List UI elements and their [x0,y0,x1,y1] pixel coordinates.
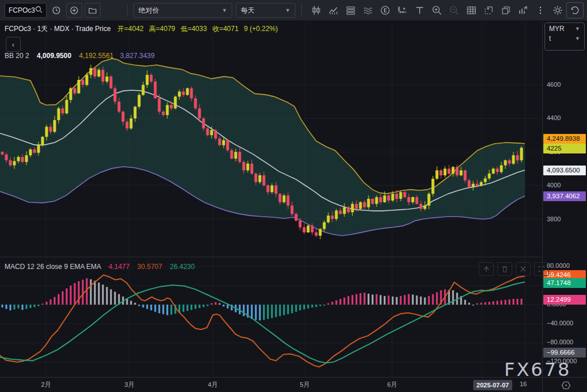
macd-histogram-bar [493,301,494,305]
candles-style-icon[interactable] [308,3,325,18]
text-tool-icon[interactable] [411,3,428,18]
macd-histogram-bar [517,299,519,305]
chart-canvas[interactable] [0,21,542,377]
indicators-icon[interactable] [325,3,342,18]
pane-delete-icon[interactable] [497,262,512,276]
zoom-in-icon[interactable] [428,3,446,18]
pane-maximize-icon[interactable] [534,262,549,276]
chevron-down-icon: ▼ [575,26,580,32]
macd-histogram-bar [131,301,132,305]
collapse-legend-button[interactable]: ‹ [6,37,21,52]
macd-histogram-bar [86,278,88,305]
candle-body [319,229,322,236]
candle-body [484,178,487,182]
candle-body [267,186,270,193]
price-label-chip: 4,249.8938 [543,134,586,144]
candle-body [138,95,141,106]
macd-histogram-bar [171,305,172,314]
macd-histogram-bar [400,296,402,305]
candle-body [146,75,149,84]
price-tick: 3800 [547,215,561,224]
candle-body [29,149,32,155]
candle-body [198,109,201,118]
candle-body [231,150,233,159]
macd-histogram-bar [151,305,152,310]
candle-body [500,166,503,172]
macd-histogram-bar [6,305,7,309]
macd-histogram-bar [74,283,76,305]
duplicate-icon[interactable] [497,3,515,18]
waves-icon[interactable] [359,3,377,18]
chevron-down-icon: ▼ [222,7,227,13]
templates-icon[interactable] [342,3,359,18]
macd-histogram-bar [54,297,56,305]
macd-histogram-bar [211,303,213,305]
candle-body [239,152,241,162]
candle-body [488,174,491,178]
macd-histogram-bar [38,305,40,306]
more-icon[interactable] [532,3,549,18]
zoom-out-icon[interactable] [446,3,463,18]
candle-body [190,89,193,98]
candle-body [255,174,258,182]
candle-body [150,75,153,82]
price-label-chip: 3,937.4062 [543,191,586,201]
crosshair-target-icon[interactable] [559,379,572,391]
table-icon[interactable] [463,3,480,18]
symbol-search-input[interactable]: FCPOc3 [5,3,47,18]
macd-histogram-bar [384,296,386,305]
macd-histogram-bar [227,305,229,309]
unit-select[interactable]: t ▼ [545,33,584,43]
macd-histogram-bar [139,305,140,306]
candle-body [347,207,350,212]
macd-histogram-bar [388,295,390,305]
macd-histogram-bar [368,294,370,305]
candle-body [287,195,290,205]
time-scale[interactable]: 2025-07-07 2月3月4月5月6月16 [0,377,587,392]
currency-value: MYR [549,25,565,33]
candle-body [388,195,390,201]
candle-body [303,227,306,232]
events-icon[interactable] [377,3,394,18]
macd-histogram-bar [477,303,478,305]
candle-body [162,112,165,115]
currency-select[interactable]: MYR ▼ [545,23,584,33]
macd-histogram-bar [308,305,309,309]
tradingview-logo[interactable] [584,3,587,18]
time-tick-day: 16 [520,381,527,387]
macd-histogram-bar [58,294,60,305]
candle-body [222,140,225,145]
candle-body [295,214,298,221]
macd-histogram-bar [10,305,11,310]
macd-histogram-bar [396,297,398,305]
pane-move-up-icon[interactable] [479,262,494,276]
snapshot-icon[interactable] [480,3,497,18]
add-circle-icon[interactable] [66,3,82,18]
candle-body [456,167,459,176]
clock-icon[interactable] [49,3,64,17]
candle-body [5,155,8,160]
candle-body [98,70,101,76]
macd-histogram-bar [187,305,189,311]
interval-select[interactable]: 每天 ▼ [236,3,296,18]
candle-body [424,206,427,209]
candle-body [154,82,157,98]
scales-settings-icon[interactable] [394,3,411,18]
candle-body [476,184,479,186]
publish-icon[interactable] [515,3,532,18]
undo-icon[interactable] [566,2,584,18]
price-scale[interactable]: MYR ▼ t ▼ 4600440042004000380080.000040.… [542,21,587,377]
settings-gear-icon[interactable] [549,3,566,18]
price-mode-select[interactable]: 绝对价 ▼ [133,3,232,18]
macd-histogram-bar [485,302,486,305]
macd-histogram-bar [469,303,470,305]
candle-body [186,89,189,95]
candle-body [1,152,4,154]
candle-body [122,112,125,121]
folder-icon[interactable] [85,3,101,18]
macd-histogram-bar [428,296,430,305]
pane-close-icon[interactable] [516,262,531,276]
candle-body [343,207,346,214]
macd-histogram-bar [207,305,209,306]
macd-histogram-bar [328,303,329,305]
